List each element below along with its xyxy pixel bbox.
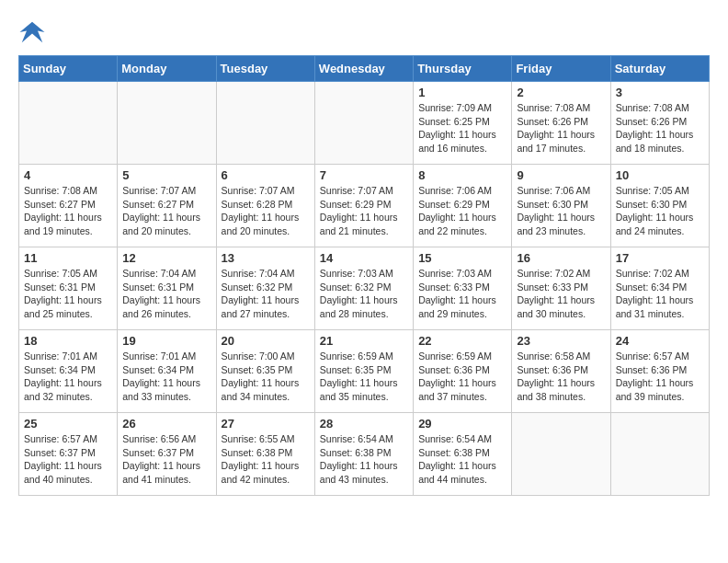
day-info: Sunrise: 7:03 AM Sunset: 6:33 PM Dayligh… (418, 267, 506, 321)
day-info: Sunrise: 7:05 AM Sunset: 6:30 PM Dayligh… (616, 184, 704, 238)
calendar-cell: 15Sunrise: 7:03 AM Sunset: 6:33 PM Dayli… (414, 247, 512, 330)
calendar-cell: 25Sunrise: 6:57 AM Sunset: 6:37 PM Dayli… (19, 413, 118, 496)
day-number: 17 (616, 251, 704, 265)
calendar-cell: 10Sunrise: 7:05 AM Sunset: 6:30 PM Dayli… (610, 165, 709, 247)
day-header-wednesday: Wednesday (314, 56, 413, 82)
day-number: 23 (517, 334, 605, 348)
day-number: 13 (222, 251, 310, 265)
day-number: 11 (24, 251, 112, 265)
day-info: Sunrise: 7:02 AM Sunset: 6:34 PM Dayligh… (616, 267, 704, 321)
calendar-week-3: 11Sunrise: 7:05 AM Sunset: 6:31 PM Dayli… (19, 247, 710, 330)
calendar-cell: 17Sunrise: 7:02 AM Sunset: 6:34 PM Dayli… (610, 247, 709, 330)
day-number: 5 (122, 168, 210, 182)
day-number: 19 (122, 334, 210, 348)
calendar-cell: 21Sunrise: 6:59 AM Sunset: 6:35 PM Dayli… (314, 330, 413, 413)
day-header-sunday: Sunday (19, 56, 118, 82)
day-info: Sunrise: 6:54 AM Sunset: 6:38 PM Dayligh… (418, 432, 506, 487)
day-number: 10 (616, 168, 704, 182)
day-info: Sunrise: 7:08 AM Sunset: 6:27 PM Dayligh… (24, 184, 112, 238)
day-number: 14 (320, 251, 408, 265)
calendar-cell: 14Sunrise: 7:03 AM Sunset: 6:32 PM Dayli… (314, 247, 413, 330)
day-number: 6 (222, 168, 310, 182)
day-number: 26 (122, 417, 210, 431)
calendar-cell (118, 82, 216, 165)
day-number: 3 (616, 86, 704, 99)
day-number: 12 (122, 251, 210, 265)
day-info: Sunrise: 7:09 AM Sunset: 6:25 PM Dayligh… (418, 101, 506, 155)
day-info: Sunrise: 7:08 AM Sunset: 6:26 PM Dayligh… (616, 101, 704, 155)
calendar-cell (314, 82, 413, 165)
day-number: 24 (616, 334, 704, 348)
calendar-cell: 24Sunrise: 6:57 AM Sunset: 6:36 PM Dayli… (610, 330, 709, 413)
calendar-week-4: 18Sunrise: 7:01 AM Sunset: 6:34 PM Dayli… (19, 330, 710, 413)
day-info: Sunrise: 6:59 AM Sunset: 6:36 PM Dayligh… (418, 350, 506, 404)
day-info: Sunrise: 6:55 AM Sunset: 6:38 PM Dayligh… (222, 432, 310, 487)
page-header (18, 18, 710, 46)
calendar-cell: 6Sunrise: 7:07 AM Sunset: 6:28 PM Daylig… (216, 165, 314, 247)
day-info: Sunrise: 7:01 AM Sunset: 6:34 PM Dayligh… (122, 350, 210, 404)
day-number: 20 (222, 334, 310, 348)
day-number: 9 (517, 168, 605, 182)
calendar-cell: 12Sunrise: 7:04 AM Sunset: 6:31 PM Dayli… (118, 247, 216, 330)
logo (18, 18, 50, 46)
day-info: Sunrise: 7:03 AM Sunset: 6:32 PM Dayligh… (320, 267, 408, 321)
day-number: 2 (517, 86, 605, 99)
day-info: Sunrise: 7:01 AM Sunset: 6:34 PM Dayligh… (24, 350, 112, 404)
day-info: Sunrise: 7:06 AM Sunset: 6:29 PM Dayligh… (418, 184, 506, 238)
day-number: 27 (222, 417, 310, 431)
day-number: 1 (418, 86, 506, 99)
calendar-cell: 3Sunrise: 7:08 AM Sunset: 6:26 PM Daylig… (610, 82, 709, 165)
day-number: 25 (24, 417, 112, 431)
calendar-cell (19, 82, 118, 165)
day-info: Sunrise: 7:07 AM Sunset: 6:27 PM Dayligh… (122, 184, 210, 238)
calendar-cell: 16Sunrise: 7:02 AM Sunset: 6:33 PM Dayli… (512, 247, 610, 330)
calendar-cell: 1Sunrise: 7:09 AM Sunset: 6:25 PM Daylig… (414, 82, 512, 165)
day-header-thursday: Thursday (414, 56, 512, 82)
day-header-saturday: Saturday (610, 56, 709, 82)
calendar-cell: 20Sunrise: 7:00 AM Sunset: 6:35 PM Dayli… (216, 330, 314, 413)
day-info: Sunrise: 7:07 AM Sunset: 6:29 PM Dayligh… (320, 184, 408, 238)
logo-icon (18, 18, 46, 46)
calendar-cell: 8Sunrise: 7:06 AM Sunset: 6:29 PM Daylig… (414, 165, 512, 247)
calendar-cell: 5Sunrise: 7:07 AM Sunset: 6:27 PM Daylig… (118, 165, 216, 247)
day-info: Sunrise: 6:56 AM Sunset: 6:37 PM Dayligh… (122, 432, 210, 487)
calendar-cell: 29Sunrise: 6:54 AM Sunset: 6:38 PM Dayli… (414, 413, 512, 496)
day-info: Sunrise: 7:05 AM Sunset: 6:31 PM Dayligh… (24, 267, 112, 321)
calendar-cell: 9Sunrise: 7:06 AM Sunset: 6:30 PM Daylig… (512, 165, 610, 247)
calendar-cell: 26Sunrise: 6:56 AM Sunset: 6:37 PM Dayli… (118, 413, 216, 496)
day-number: 29 (418, 417, 506, 431)
calendar-cell: 23Sunrise: 6:58 AM Sunset: 6:36 PM Dayli… (512, 330, 610, 413)
day-info: Sunrise: 7:06 AM Sunset: 6:30 PM Dayligh… (517, 184, 605, 238)
day-number: 4 (24, 168, 112, 182)
svg-marker-0 (20, 22, 45, 43)
day-number: 15 (418, 251, 506, 265)
calendar-cell (512, 413, 610, 496)
day-info: Sunrise: 7:02 AM Sunset: 6:33 PM Dayligh… (517, 267, 605, 321)
calendar-cell: 2Sunrise: 7:08 AM Sunset: 6:26 PM Daylig… (512, 82, 610, 165)
day-info: Sunrise: 7:00 AM Sunset: 6:35 PM Dayligh… (222, 350, 310, 404)
day-header-monday: Monday (118, 56, 216, 82)
day-number: 8 (418, 168, 506, 182)
header-row: SundayMondayTuesdayWednesdayThursdayFrid… (19, 56, 710, 82)
calendar-cell: 7Sunrise: 7:07 AM Sunset: 6:29 PM Daylig… (314, 165, 413, 247)
day-info: Sunrise: 6:58 AM Sunset: 6:36 PM Dayligh… (517, 350, 605, 404)
day-number: 18 (24, 334, 112, 348)
day-number: 28 (320, 417, 408, 431)
day-number: 16 (517, 251, 605, 265)
calendar-cell (216, 82, 314, 165)
day-info: Sunrise: 6:57 AM Sunset: 6:37 PM Dayligh… (24, 432, 112, 487)
day-info: Sunrise: 7:04 AM Sunset: 6:31 PM Dayligh… (122, 267, 210, 321)
day-info: Sunrise: 6:57 AM Sunset: 6:36 PM Dayligh… (616, 350, 704, 404)
calendar-cell: 27Sunrise: 6:55 AM Sunset: 6:38 PM Dayli… (216, 413, 314, 496)
day-info: Sunrise: 7:08 AM Sunset: 6:26 PM Dayligh… (517, 101, 605, 155)
day-number: 7 (320, 168, 408, 182)
calendar-week-1: 1Sunrise: 7:09 AM Sunset: 6:25 PM Daylig… (19, 82, 710, 165)
calendar-week-2: 4Sunrise: 7:08 AM Sunset: 6:27 PM Daylig… (19, 165, 710, 247)
day-header-tuesday: Tuesday (216, 56, 314, 82)
calendar-cell: 18Sunrise: 7:01 AM Sunset: 6:34 PM Dayli… (19, 330, 118, 413)
calendar-cell: 13Sunrise: 7:04 AM Sunset: 6:32 PM Dayli… (216, 247, 314, 330)
calendar-cell: 11Sunrise: 7:05 AM Sunset: 6:31 PM Dayli… (19, 247, 118, 330)
day-info: Sunrise: 6:54 AM Sunset: 6:38 PM Dayligh… (320, 432, 408, 487)
day-info: Sunrise: 6:59 AM Sunset: 6:35 PM Dayligh… (320, 350, 408, 404)
calendar-cell (610, 413, 709, 496)
